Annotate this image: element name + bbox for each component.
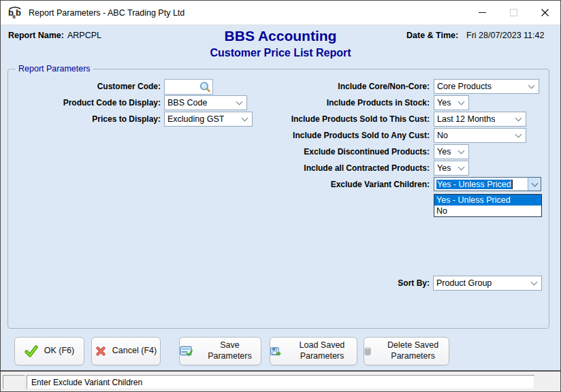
maximize-icon <box>510 9 517 16</box>
minimize-button[interactable] <box>466 1 498 25</box>
exclude-discontinued-select[interactable]: Yes <box>434 144 469 159</box>
cancel-button[interactable]: Cancel (F4) <box>91 337 161 365</box>
chevron-down-icon <box>515 114 522 121</box>
load-saved-parameters-button[interactable]: Load Saved Parameters <box>270 337 357 365</box>
chevron-down-icon <box>531 180 538 186</box>
in-stock-select[interactable]: Yes <box>434 95 469 110</box>
chevron-down-icon <box>531 278 538 285</box>
minimize-icon <box>479 12 486 13</box>
window-controls <box>466 1 560 25</box>
search-icon[interactable] <box>199 81 212 93</box>
dropdown-option-yes-unless-priced[interactable]: Yes - Unless Priced <box>434 195 541 206</box>
text-caret <box>512 180 513 189</box>
chevron-down-icon <box>458 147 465 154</box>
save-parameters-button[interactable]: Save Parameters <box>179 337 261 365</box>
exclude-discontinued-label: Exclude Discontinued Products: <box>225 144 430 159</box>
contracted-select[interactable]: Yes <box>434 161 469 176</box>
contracted-label: Include all Contracted Products: <box>225 161 430 176</box>
sold-this-cust-select[interactable]: Last 12 Months <box>434 112 526 127</box>
group-label: Report Parameters <box>16 64 93 74</box>
sort-by-label: Sort By: <box>293 276 430 291</box>
cross-icon <box>95 346 106 357</box>
datetime-label: Date & Time: <box>406 31 458 40</box>
svg-text:b: b <box>16 7 21 18</box>
in-stock-label: Include Products in Stock: <box>225 95 430 110</box>
check-icon <box>25 345 38 357</box>
sold-this-cust-label: Include Products Sold to This Cust: <box>225 112 430 127</box>
ok-button[interactable]: OK (F6) <box>14 337 84 365</box>
product-code-label: Product Code to Display: <box>28 95 161 110</box>
combobox-dropdown-list: Yes - Unless Priced No <box>434 194 542 217</box>
customer-code-label: Customer Code: <box>28 79 161 94</box>
report-parameters-window: b s b Report Parameters - ABC Trading Pt… <box>0 0 561 392</box>
chevron-down-icon <box>528 82 535 88</box>
chevron-down-icon <box>458 163 465 170</box>
maximize-button <box>498 1 529 25</box>
variant-children-label: Exclude Variant Children: <box>225 177 430 192</box>
delete-saved-parameters-button[interactable]: Delete Saved Parameters <box>364 337 449 365</box>
status-bar: Enter Exclude Variant Children <box>1 370 560 391</box>
prices-label: Prices to Display: <box>28 112 161 127</box>
title-bar: b s b Report Parameters - ABC Trading Pt… <box>1 1 560 25</box>
trash-icon <box>364 346 371 357</box>
status-left-panel <box>3 375 25 389</box>
sort-by-select[interactable]: Product Group <box>433 276 542 291</box>
sold-any-cust-select[interactable]: No <box>434 128 526 143</box>
status-text: Enter Exclude Variant Children <box>27 375 534 389</box>
close-icon <box>541 8 549 17</box>
app-logo-icon: b s b <box>7 5 23 20</box>
chevron-down-icon <box>515 131 522 137</box>
window-title: Report Parameters - ABC Trading Pty Ltd <box>29 8 185 18</box>
include-core-label: Include Core/Non-Core: <box>225 79 430 94</box>
include-core-select[interactable]: Core Products <box>434 79 539 94</box>
save-icon <box>180 346 193 357</box>
combobox-selected-text: Yes - Unless Priced <box>434 178 528 191</box>
close-button[interactable] <box>529 1 560 25</box>
chevron-down-icon <box>458 98 465 105</box>
customer-code-input[interactable] <box>164 79 213 95</box>
exclude-variant-children-combobox[interactable]: Yes - Unless Priced <box>434 177 541 191</box>
page-title: Customer Price List Report <box>1 47 560 59</box>
sold-any-cust-label: Include Products Sold to Any Cust: <box>225 128 430 143</box>
datetime-value: Fri 28/07/2023 11:42 <box>466 31 544 40</box>
dropdown-option-no[interactable]: No <box>434 206 541 216</box>
load-icon <box>270 346 281 357</box>
combobox-dropdown-button[interactable] <box>528 178 541 191</box>
